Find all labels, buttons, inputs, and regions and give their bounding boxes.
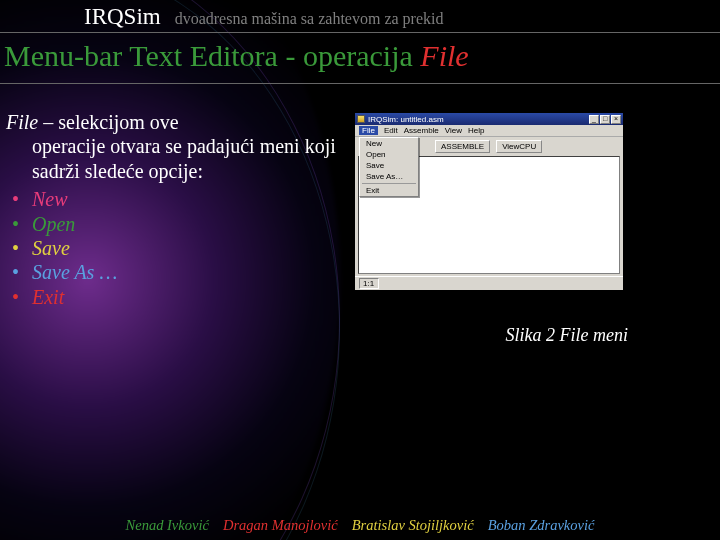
menu-edit[interactable]: Edit [384,126,398,135]
app-icon [357,115,365,123]
title-part2: File [420,39,468,72]
author-4: Boban Zdravković [488,517,595,534]
author-3: Bratislav Stojiljković [352,517,474,534]
toolbar-assemble-button[interactable]: ASSEMBLE [435,140,490,153]
author-1: Nenad Ivković [126,517,209,534]
app-title: IRQSim: untitled.asm [368,115,589,124]
option-new: New [6,187,346,211]
option-open: Open [6,212,346,236]
menu-help[interactable]: Help [468,126,484,135]
app-menubar: File Edit Assemble View Help [355,125,623,137]
dropdown-saveas[interactable]: Save As… [360,171,418,182]
page-title: Menu-bar Text Editora - operacija File [0,32,720,84]
close-button[interactable]: × [611,115,621,124]
menu-view[interactable]: View [445,126,462,135]
maximize-button[interactable]: □ [600,115,610,124]
menu-file[interactable]: File [359,126,378,135]
app-titlebar[interactable]: IRQSim: untitled.asm _ □ × [355,113,623,125]
status-position: 1:1 [359,278,379,289]
menu-assemble[interactable]: Assemble [404,126,439,135]
intro-text: File – selekcijom ove operacije otvara s… [6,110,346,183]
app-toolbar: New Open Save Save As… Exit ASSEMBLE Vie… [355,137,623,156]
option-exit: Exit [6,285,346,309]
title-part1: Menu-bar Text Editora - operacija [4,39,420,72]
dropdown-new[interactable]: New [360,138,418,149]
options-list: New Open Save Save As … Exit [6,187,346,309]
option-save: Save [6,236,346,260]
option-saveas: Save As … [6,260,346,284]
dropdown-exit[interactable]: Exit [360,185,418,196]
dropdown-separator [362,183,416,184]
toolbar-viewcpu-button[interactable]: ViewCPU [496,140,542,153]
intro-rest-first: – selekcijom ove [38,111,179,133]
footer-authors: Nenad Ivković Dragan Manojlović Bratisla… [0,517,720,534]
file-dropdown: New Open Save Save As… Exit [359,137,419,197]
brand-subtitle: dvoadresna mašina sa zahtevom za prekid [175,10,444,28]
dropdown-save[interactable]: Save [360,160,418,171]
brand-logo: IRQSim [84,4,161,30]
intro-keyword: File [6,111,38,133]
author-2: Dragan Manojlović [223,517,338,534]
intro-rest-body: operacije otvara se padajući meni koji s… [6,134,346,183]
dropdown-open[interactable]: Open [360,149,418,160]
app-window: IRQSim: untitled.asm _ □ × File Edit Ass… [354,112,624,291]
status-bar: 1:1 [355,276,623,290]
figure-caption: Slika 2 File meni [0,309,720,346]
minimize-button[interactable]: _ [589,115,599,124]
